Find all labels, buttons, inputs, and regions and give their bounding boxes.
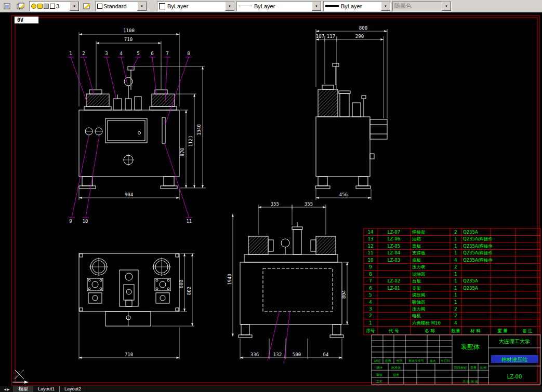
object-properties-toolbar: 3 ▼ Standard ▼ ByLayer ▼ ByLayer ▼ By: [0, 0, 542, 12]
parts-table-cell: 盖板: [412, 244, 421, 249]
make-object-layer-current-button[interactable]: [81, 1, 94, 12]
tab-model[interactable]: 模型: [14, 386, 33, 392]
dim-side-b: 117: [327, 34, 335, 39]
parts-table-cell: 4: [454, 258, 457, 263]
tab-scroll-icon[interactable]: ◀ ▶: [0, 386, 14, 392]
parts-table-cell: 2: [454, 313, 457, 318]
linetype-combo-arrow-icon[interactable]: ▼: [312, 2, 321, 11]
layer-color-chip-icon: [50, 4, 55, 9]
balloon-6: 6: [151, 51, 153, 56]
layer-combo[interactable]: 3 ▼: [29, 1, 80, 11]
dim-section-b4: 64: [323, 352, 329, 357]
dim-front-base: 904: [125, 192, 133, 197]
balloon-2: 2: [82, 51, 85, 56]
parts-table-cell: LZ-05: [388, 244, 400, 249]
cad-drawing[interactable]: 0V: [0, 12, 542, 386]
tab-layout1[interactable]: Layout1: [33, 386, 60, 392]
label-count: 处数: [385, 359, 391, 363]
dim-side-c: 290: [355, 34, 364, 39]
parts-header-remark: 备 注: [522, 328, 533, 333]
label-zone: 分区: [396, 359, 403, 362]
layer-combo-arrow-icon[interactable]: ▼: [70, 2, 79, 11]
dim-section-b3: 500: [293, 352, 301, 357]
parts-table-cell: 联轴器: [412, 300, 426, 305]
linetype-preview-icon: [239, 6, 252, 6]
layer-pencil-icon: [17, 2, 26, 10]
tab-layout2[interactable]: Layout2: [60, 386, 86, 392]
parts-header-name: 名 称: [425, 328, 435, 333]
label-sheet: 共 张 第 张: [462, 380, 478, 384]
parts-table-cell: 压力阀: [412, 306, 426, 312]
parts-table-cell: 调压阀: [412, 292, 426, 298]
layout-tab-bar: ◀ ▶ 模型 Layout1 Layout2: [0, 386, 542, 392]
parts-table-cell: 1: [369, 320, 372, 326]
title-block-text: 装配体 大连理工大学 棒材液压站 LZ-00 标记 处数 分区 更改文件号 签名…: [374, 339, 538, 384]
balloon-4: 4: [120, 51, 122, 56]
parts-header-code: 代 号: [388, 328, 399, 333]
parts-table-cell: 2: [454, 264, 457, 269]
parts-header-weight: 重 量: [497, 328, 508, 333]
parts-table-cell: Q235A: [463, 278, 478, 283]
parts-table-cell: 压力表: [412, 264, 426, 269]
viewport-label-text: 0V: [17, 17, 23, 23]
parts-table-cell: LZ-06: [388, 236, 400, 241]
title-assembly: 装配体: [461, 343, 480, 350]
layer-properties-button[interactable]: [15, 1, 28, 12]
lineweight-combo[interactable]: ByLayer ▼: [323, 1, 391, 11]
balloon-3: 3: [105, 51, 108, 56]
parts-table-cell: 2: [454, 306, 457, 312]
section-view-geometry: [239, 222, 343, 337]
dim-front-width-inner: 710: [124, 37, 133, 42]
parts-table-cell: 1: [454, 236, 457, 241]
color-combo-value: ByLayer: [167, 3, 224, 9]
color-combo-arrow-icon[interactable]: ▼: [225, 2, 234, 11]
lineweight-combo-arrow-icon[interactable]: ▼: [381, 2, 390, 11]
parts-table-cell: 1: [454, 272, 457, 277]
parts-table-cell: 6: [369, 286, 372, 291]
layers-dialog-button[interactable]: [1, 1, 14, 12]
dim-plan-h1: 600: [179, 280, 184, 288]
parts-table-cell: Q235A/焊接件: [463, 250, 493, 255]
title-drawing-name: 棒材液压站: [501, 357, 527, 362]
parts-table-cell: LZ-02: [388, 278, 400, 283]
parts-table-cell: 4: [369, 300, 372, 305]
label-mark: 标记: [374, 359, 380, 363]
dim-front-height-total: 1340: [196, 124, 202, 136]
layer-combo-value: 3: [56, 3, 69, 9]
label-sign: 签名: [430, 359, 436, 363]
title-university: 大连理工大学: [499, 339, 530, 344]
text-style-combo-arrow-icon[interactable]: ▼: [137, 2, 147, 11]
label-date: 年月日: [441, 359, 450, 363]
parts-table-cell: 1: [454, 250, 457, 255]
parts-table-cell: 12: [368, 244, 374, 249]
parts-header-material: 材 料: [470, 328, 481, 333]
label-doc: 更改文件号: [408, 359, 424, 362]
dim-plan-base: 710: [125, 352, 133, 357]
parts-table-cell: 1: [454, 278, 457, 283]
dim-side-width-total: 800: [359, 25, 367, 31]
text-style-combo[interactable]: Standard ▼: [95, 1, 147, 11]
balloon-5: 5: [137, 51, 139, 56]
parts-table-cell: Q235A/焊接件: [463, 258, 493, 263]
dim-front-height-tank: 870: [180, 148, 185, 156]
balloon-10: 10: [83, 219, 88, 224]
parts-table-cell: Q235A/焊接件: [463, 236, 493, 241]
parts-table-cell: LZ-03: [388, 258, 400, 263]
parts-table-cell: 4: [454, 320, 457, 326]
color-combo[interactable]: ByLayer ▼: [157, 1, 235, 11]
viewport-label[interactable]: 0V: [15, 17, 38, 23]
parts-table-cell: 8: [369, 272, 372, 277]
dim-front-height-mid: 1121: [188, 136, 193, 147]
dim-section-left: 1940: [227, 274, 232, 285]
plot-style-combo-arrow-icon: ▼: [442, 2, 451, 11]
text-style-value: Standard: [103, 3, 136, 9]
parts-table-cell: 2: [454, 229, 457, 235]
linetype-combo[interactable]: ByLayer ▼: [236, 1, 322, 11]
dim-section-t1: 355: [271, 201, 279, 207]
model-space-canvas[interactable]: 0V: [0, 12, 542, 386]
parts-table-cell: 支架: [412, 286, 421, 291]
parts-table-cell: Q235A: [463, 229, 478, 235]
layer-on-icon: [31, 4, 36, 9]
parts-table-cell: 1: [454, 286, 457, 291]
parts-table-cell: LZ-01: [388, 286, 400, 291]
